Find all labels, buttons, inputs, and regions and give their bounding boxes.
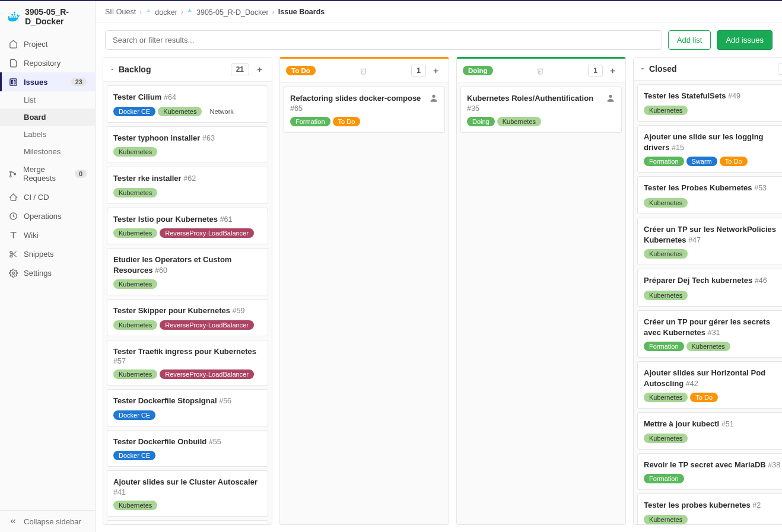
breadcrumb-item[interactable]: docker [145,7,177,17]
label-pill[interactable]: Kubernetes [644,291,688,300]
column-add-button[interactable] [430,64,443,77]
label-pill[interactable]: Kubernetes [113,228,157,238]
breadcrumb-item[interactable]: 3905-05_R-D_Docker [187,7,269,17]
nav-item-merge-requests[interactable]: Merge Requests0 [0,160,95,187]
label-pill[interactable]: Formation [644,157,684,166]
label-pill[interactable]: Kubernetes [644,106,688,115]
nav-label: Issues [24,78,47,87]
column-count: 1 [588,65,603,77]
nav-item-settings[interactable]: Settings [0,263,95,282]
column-add-button[interactable] [606,64,619,77]
label-pill[interactable]: Kubernetes [644,249,688,259]
issue-card[interactable]: Créer un TP sur les NetworkPolicies Kube… [637,218,782,265]
nav-item-issues[interactable]: Issues23 [0,72,95,91]
issue-card[interactable]: Etudier les Operators et Custom Resource… [107,248,268,295]
project-header[interactable]: 3905-05_R-D_Docker [0,1,95,32]
nav-label: Snippets [24,250,54,259]
collapse-sidebar[interactable]: Collapse sidebar [0,510,95,532]
label-pill[interactable]: Doing [467,117,495,126]
label-pill[interactable]: Kubernetes [644,434,688,443]
column-add-button[interactable] [253,63,266,76]
issue-card[interactable]: Tester Dockerfile Onbuild #55 Docker CE [107,430,268,467]
issue-card[interactable]: Tester typhoon installer #63 Kubernetes [107,126,268,164]
issue-card[interactable]: Mettre à jour kubectl #51 Kubernetes [637,412,782,450]
add-list-button[interactable]: Add list [668,30,711,50]
sub-item-board[interactable]: Board [0,109,95,126]
card-ref: #61 [220,215,233,224]
sub-item-milestones[interactable]: Milestones [0,143,95,160]
column-delete-button[interactable] [357,64,370,77]
label-pill[interactable]: Network [204,107,239,116]
add-issues-button[interactable]: Add issues [717,30,773,50]
column-delete-button[interactable] [534,64,547,77]
label-pill[interactable]: To Do [720,157,748,166]
label-pill[interactable]: Kubernetes [113,501,157,510]
label-pill[interactable]: Kubernetes [644,198,688,208]
issue-card[interactable]: Tester Traefik ingress pour Kubernetes #… [107,340,268,386]
label-pill[interactable]: ReverseProxy-LoadBalancer [160,369,254,379]
label-pill[interactable]: ReverseProxy-LoadBalancer [160,228,254,238]
issue-card[interactable]: Tester Cilium #64 Docker CEKubernetesNet… [107,85,268,123]
label-pill[interactable]: Docker CE [113,107,155,116]
label-pill[interactable]: Formation [290,117,330,126]
label-pill[interactable]: Docker CE [113,410,155,420]
issue-card[interactable]: Tester les probes kubernetes #2 Kubernet… [637,493,782,524]
label-pill[interactable]: Kubernetes [497,117,541,126]
label-pill[interactable]: Formation [644,342,684,351]
card-ref: #47 [688,236,701,244]
label-pill[interactable]: Kubernetes [686,342,730,351]
issue-card[interactable]: Détailler contenu de /etc/kubernetes #39… [107,520,268,524]
issue-card[interactable]: Créer un TP pour gérer les secrets avec … [637,310,782,358]
nav-item-operations[interactable]: Operations [0,206,95,225]
issue-card[interactable]: Tester Dockerfile Stopsignal #56 Docker … [107,389,268,426]
svg-rect-14 [188,11,189,12]
issue-card[interactable]: Ajouter slides sur le Cluster Autoscaler… [107,470,268,517]
column-body: Tester les StatefulSets #49 Kubernetes A… [634,81,782,524]
nav-item-repository[interactable]: Repository [0,53,95,72]
label-pill[interactable]: Formation [644,474,684,483]
issue-card[interactable]: Tester Istio pour Kubernetes #61 Kuberne… [107,208,268,245]
issue-card[interactable]: Tester rke installer #62 Kubernetes [107,167,268,204]
caret-down-icon[interactable] [109,65,115,74]
card-labels: Kubernetes [644,249,782,259]
search-input[interactable] [105,30,662,50]
nav-item-ci-cd[interactable]: CI / CD [0,187,95,206]
label-pill[interactable]: Kubernetes [113,147,157,157]
issue-card[interactable]: Tester les StatefulSets #49 Kubernetes [637,84,782,122]
label-pill[interactable]: Kubernetes [113,279,157,289]
board-column-backlog: Backlog 21 Tester Cilium #64 Docker CEKu… [103,57,272,525]
nav-item-snippets[interactable]: Snippets [0,244,95,263]
svg-rect-2 [14,80,15,84]
caret-down-icon[interactable] [640,65,646,74]
issue-card[interactable]: Préparer Dej Tech kubernetes #46 Kuberne… [637,269,782,307]
issue-card[interactable]: Revoir le TP secret avec MariaDB #38 For… [637,453,782,490]
issue-card[interactable]: Refactoring slides docker-compose #65 Fo… [284,87,445,133]
toolbar: Add list Add issues [96,23,782,57]
issue-card[interactable]: Ajouter slides sur Horizontal Pod Autosc… [637,361,782,409]
nav-item-project[interactable]: Project [0,34,95,53]
label-pill[interactable]: Kubernetes [158,107,202,116]
issue-card[interactable]: Kubernetes Roles/Authentification #35 Do… [460,87,622,133]
sub-item-labels[interactable]: Labels [0,126,95,143]
card-ref: #60 [155,266,167,275]
issue-card[interactable]: Ajouter une slide sur les logging driver… [637,125,782,173]
label-pill[interactable]: Kubernetes [644,393,688,402]
card-title: Créer un TP pour gérer les secrets avec … [644,317,780,337]
column-header: Backlog 21 [103,58,272,82]
label-pill[interactable]: To Do [333,117,361,126]
sub-item-list[interactable]: List [0,91,95,109]
issue-card[interactable]: Tester les Probes Kubernetes #53 Kuberne… [637,176,782,214]
label-pill[interactable]: Swarm [686,157,717,166]
label-pill[interactable]: Kubernetes [113,188,157,197]
svg-rect-15 [189,11,190,12]
card-ref: #64 [164,93,176,101]
label-pill[interactable]: Kubernetes [644,515,688,524]
breadcrumb-item[interactable]: SII Ouest [105,8,136,16]
label-pill[interactable]: ReverseProxy-LoadBalancer [160,320,254,330]
nav-item-wiki[interactable]: Wiki [0,225,95,244]
label-pill[interactable]: Kubernetes [113,320,157,330]
label-pill[interactable]: To Do [690,393,718,402]
label-pill[interactable]: Kubernetes [113,369,157,379]
issue-card[interactable]: Tester Skipper pour Kubernetes #59 Kuber… [107,299,268,336]
label-pill[interactable]: Docker CE [113,451,155,460]
